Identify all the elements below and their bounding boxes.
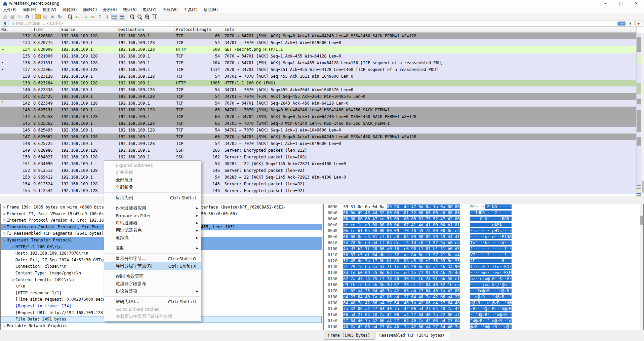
packet-row-141[interactable]: 1418.623425192.168.109.1192.168.109.128T…	[0, 93, 637, 100]
packet-row-154[interactable]: 1549.012524192.168.109.128192.168.109.1S…	[0, 181, 637, 187]
packet-row-135[interactable]: 1358.621000192.168.109.128192.168.109.1T…	[0, 53, 637, 60]
filter-add-button[interactable]: +	[635, 21, 642, 27]
maximize-button[interactable]: □	[613, 0, 629, 7]
context-menu-item-6[interactable]: 应用为列Ctrl+Shift+I	[104, 194, 201, 201]
close-file-icon[interactable]: ×	[49, 14, 56, 20]
go-to-top-icon[interactable]: ↑	[96, 14, 103, 20]
hex-row-00e0[interactable]: 00e000 00 0e c3 01 c7 6f a8 64 00 00 09 …	[324, 234, 643, 240]
tree-chevron-icon[interactable]: >	[11, 277, 15, 283]
column-header-info[interactable]: Info	[223, 27, 637, 32]
menubar-item-7[interactable]: 统计(S)	[120, 7, 140, 13]
filter-apply-button[interactable]: →	[617, 22, 626, 26]
hex-row-00b0[interactable]: 00b000 00 00 80 47 ea 55 00 00 00 01 73 …	[324, 216, 643, 222]
bytes-scrollbar[interactable]	[640, 204, 643, 330]
tree-chevron-icon[interactable]: >	[2, 230, 7, 237]
context-menu-item-4[interactable]: 全部折叠	[104, 184, 201, 191]
filter-bookmark-icon[interactable]	[1, 21, 8, 27]
tree-chevron-icon[interactable]: >	[2, 211, 7, 218]
menubar-item-10[interactable]: 工具(T)	[181, 7, 201, 13]
menubar-item-8[interactable]: 电话(Y)	[140, 7, 160, 13]
open-file-icon[interactable]	[34, 14, 41, 20]
hex-row-0180[interactable]: 0180a4 27 64 40 7a 42 06 a4 27 64 40 7a …	[324, 294, 643, 300]
hex-row-0190[interactable]: 019064 40 7a 42 06 a4 27 64 40 7a 42 06 …	[324, 300, 643, 306]
tree-chevron-icon[interactable]: >	[2, 217, 7, 224]
packet-row-144[interactable]: 1448.625358192.168.109.128192.168.109.1T…	[0, 113, 637, 120]
menubar-item-3[interactable]: 视图(V)	[39, 7, 59, 13]
packet-row-142[interactable]: └1428.623549192.168.109.128192.168.109.1…	[0, 100, 637, 107]
filter-dropdown-caret[interactable]: ▼	[629, 21, 632, 26]
packet-list-scrollbar[interactable]	[641, 33, 644, 196]
context-menu-item-3[interactable]: 全部展开	[104, 176, 201, 184]
hex-row-00d0[interactable]: 00d00b fc 61 05 00 00 00 09 70 48 59 73 …	[324, 228, 643, 234]
hex-row-00f0[interactable]: 00f054 78 5e ed dd ff 6b dc f5 1d c0 f1 …	[324, 240, 643, 246]
packet-row-146[interactable]: 1468.625493192.168.109.1192.168.109.128T…	[0, 127, 637, 134]
packet-row-145[interactable]: 1458.625362192.168.109.1192.168.109.128T…	[0, 120, 637, 127]
column-header-length[interactable]: Length	[196, 27, 223, 32]
context-menu-item-20[interactable]: 过滤器字段参考	[104, 280, 201, 288]
hex-row-01d0[interactable]: 01d040 7a 42 06 a4 27 64 40 7a 42 06 a4 …	[324, 324, 643, 330]
capture-options-icon[interactable]: ⚙	[24, 14, 31, 20]
go-forward-icon[interactable]: →	[82, 14, 88, 20]
packet-row-153[interactable]: 1538.955412192.168.109.1192.168.109.128T…	[0, 174, 637, 181]
packet-row-138[interactable]: 1388.623128192.168.109.1192.168.109.128T…	[0, 73, 637, 80]
hex-row-0130[interactable]: 013031 29 1d ba 3a 53 7f 1e 66 28 6e b5 …	[324, 264, 643, 270]
scrollbar-thumb[interactable]	[642, 181, 644, 193]
packet-row-151[interactable]: 1518.634096192.168.109.1192.168.109.128T…	[0, 160, 637, 167]
display-filter-input[interactable]: 应用显示过滤器 … <Ctrl-/> → ▼	[10, 21, 634, 27]
hex-row-0090[interactable]: 009039 31 0d 0a 0d 0a 89 50 4e 47 0d 0a …	[324, 204, 643, 210]
packet-row-136[interactable]: •1368.621331192.168.109.128192.168.109.1…	[0, 60, 637, 66]
colorize-toggle-icon[interactable]	[119, 14, 125, 20]
hex-row-01c0[interactable]: 01c027 64 40 7a 42 06 a4 27 64 40 7a 42 …	[324, 318, 643, 324]
hex-row-0100[interactable]: 01004a d7 b2 7f 20 86 a0 16 c6 98 f1 87 …	[324, 246, 643, 252]
hex-row-0160[interactable]: 0160e9 fb fd be cb 3b 3d 67 26 cf 2f 04 …	[324, 282, 643, 288]
hex-row-0120[interactable]: 012032 45 dd 3a f7 8b bf 88 88 a5 98 e2 …	[324, 258, 643, 264]
zoom-in-icon[interactable]: +	[129, 14, 136, 20]
context-menu-item-23[interactable]: 解码为(A)...Ctrl+Shift+U	[104, 298, 201, 305]
context-menu-item-12[interactable]: 追踪流▶	[104, 234, 201, 241]
packet-row-149[interactable]: 1498.628986192.168.109.128192.168.109.1S…	[0, 147, 637, 154]
context-menu-item-8[interactable]: 作为过滤器应用▶	[104, 204, 201, 212]
hex-row-0140[interactable]: 01408d fd b0 09 c5 6d 6d be ed 3e 77 9f …	[324, 270, 643, 276]
packet-row-132[interactable]: 1328.620688192.168.109.128192.168.109.1T…	[0, 33, 637, 39]
packet-row-150[interactable]: 1508.634027192.168.109.128192.168.109.1S…	[0, 154, 637, 160]
menubar-item-4[interactable]: 跳转(G)	[59, 7, 80, 13]
hex-row-00a0[interactable]: 00a000 0d 49 48 44 52 00 00 01 32 00 00 …	[324, 210, 643, 216]
packet-row-133[interactable]: 1338.620775192.168.109.1192.168.109.128T…	[0, 39, 637, 46]
column-header-time[interactable]: Time	[32, 27, 60, 32]
column-header-destination[interactable]: Destination	[117, 27, 175, 32]
go-to-bottom-icon[interactable]: ↓	[104, 14, 111, 20]
close-button[interactable]: ×	[629, 0, 644, 7]
context-menu-item-11[interactable]: 用过滤器着色▶	[104, 227, 201, 234]
context-menu-item-14[interactable]: 复制▶	[104, 244, 201, 252]
go-back-icon[interactable]: ←	[74, 14, 81, 20]
find-packet-icon[interactable]	[67, 14, 74, 20]
menubar-item-11[interactable]: 帮助(H)	[200, 7, 220, 13]
go-to-packet-icon[interactable]: ⇒	[89, 14, 96, 20]
menubar-item-5[interactable]: 捕获(C)	[80, 7, 100, 13]
byte-tab-2[interactable]: Reassembled TCP (2641 bytes)	[375, 332, 449, 340]
byte-tab-1[interactable]: Frame (1085 bytes)	[324, 332, 374, 340]
hex-row-0110[interactable]: 011056 37 c5 df 04 db fc 32 ac 84 0e f1 …	[324, 252, 643, 258]
reload-file-icon[interactable]: ↻	[56, 14, 63, 20]
hex-row-01b0[interactable]: 01b006 a4 27 64 40 7a 42 06 a4 27 64 40 …	[324, 312, 643, 318]
tree-chevron-icon[interactable]: ∨	[2, 237, 7, 244]
zoom-out-icon[interactable]: -	[136, 14, 143, 20]
packet-row-139[interactable]: ←1398.623284192.168.109.128192.168.109.1…	[0, 80, 637, 86]
minimize-button[interactable]: –	[598, 0, 613, 7]
packet-row-143[interactable]: 1438.625131192.168.109.1192.168.109.128T…	[0, 107, 637, 113]
context-menu-item-21[interactable]: 协议首选项▶	[104, 288, 201, 295]
auto-scroll-toggle-icon[interactable]	[111, 14, 118, 20]
column-header-protocol[interactable]: Protocol	[175, 27, 196, 32]
packet-row-155[interactable]: 1559.112544192.168.109.128192.168.109.1S…	[0, 187, 637, 194]
scrollbar-thumb[interactable]	[640, 216, 643, 225]
packet-row-147[interactable]: 1478.625662192.168.109.128192.168.109.1T…	[0, 134, 637, 140]
packet-row-152[interactable]: 1528.912512192.168.109.128192.168.109.1S…	[0, 167, 637, 174]
menubar-item-9[interactable]: 无线(W)	[159, 7, 180, 13]
menubar-item-1[interactable]: 文件(F)	[0, 7, 19, 13]
context-menu-item-17[interactable]: 导出分组字节流(B)...Ctrl+Shift+X	[104, 262, 201, 270]
packet-row-148[interactable]: 1488.625725192.168.109.1192.168.109.128T…	[0, 140, 637, 147]
context-menu-item-19[interactable]: Wiki 协议页面	[104, 273, 201, 280]
packet-list-minimap-scrollbar[interactable]	[636, 33, 641, 196]
detail-line-19[interactable]: ∨Portable Network Graphics	[1, 323, 322, 330]
hex-row-0150[interactable]: 015062 7a d7 f3 75 f7 78 40 30 9f fb 24 …	[324, 276, 643, 282]
